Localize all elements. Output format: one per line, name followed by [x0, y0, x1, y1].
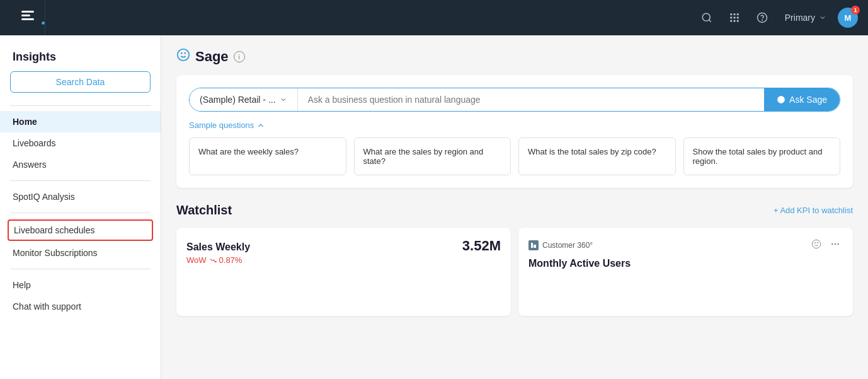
sage-header: Sage i [176, 48, 853, 65]
logo[interactable] [10, 0, 45, 35]
sidebar-divider-3 [10, 213, 151, 213]
datasource-selector[interactable]: (Sample) Retail - ... [190, 88, 298, 111]
sidebar: Insights Search Data Home Liveboards Ans… [0, 35, 161, 379]
logo-dot [42, 21, 45, 25]
svg-rect-7 [737, 17, 739, 19]
datasource-label: (Sample) Retail - ... [200, 95, 276, 105]
sage-title: Sage [195, 49, 229, 65]
sales-weekly-label: Sales Weekly [186, 242, 250, 253]
kpi-card-header: Customer 360° [528, 238, 843, 253]
logo-line-1 [21, 11, 34, 13]
sidebar-item-answers[interactable]: Answers [0, 154, 161, 175]
change-value: 0.87% [219, 255, 243, 265]
svg-rect-4 [737, 13, 739, 15]
nav-right: Primary M 1 [695, 6, 858, 29]
svg-rect-9 [733, 20, 735, 22]
nav-left [10, 0, 45, 35]
kpi-more-button[interactable] [828, 238, 843, 253]
logo-line-3 [21, 18, 34, 20]
question-input[interactable] [298, 88, 764, 111]
svg-rect-10 [737, 20, 739, 22]
sample-questions-grid: What are the weekly sales? What are the … [189, 137, 840, 175]
ask-sage-label: Ask Sage [789, 95, 827, 105]
kpi-source: Customer 360° [528, 240, 593, 250]
search-icon-button[interactable] [695, 6, 718, 29]
svg-line-1 [709, 20, 711, 21]
add-kpi-button[interactable]: + Add KPI to watchlist [774, 206, 853, 215]
svg-rect-8 [730, 20, 732, 22]
svg-point-17 [812, 240, 820, 248]
primary-dropdown-button[interactable]: Primary [779, 9, 833, 26]
sidebar-item-answers-label: Answers [13, 160, 47, 170]
sales-weekly-card: Sales Weekly 3.52M WoW 0.87% [176, 228, 511, 316]
svg-rect-6 [733, 17, 735, 19]
svg-rect-16 [534, 245, 536, 248]
sample-question-1[interactable]: What are the sales by region and state? [354, 137, 511, 175]
sidebar-item-monitor-subscriptions[interactable]: Monitor Subscriptions [0, 242, 161, 264]
sidebar-item-liveboard-schedules[interactable]: Liveboard schedules [8, 219, 153, 241]
sage-card: (Sample) Retail - ... Ask Sage Sample qu… [176, 75, 853, 188]
sample-questions-toggle[interactable]: Sample questions [189, 120, 840, 130]
sidebar-title: Insights [0, 45, 161, 71]
sample-question-2[interactable]: What is the total sales by zip code? [518, 137, 676, 175]
search-data-button[interactable]: Search Data [10, 71, 151, 93]
sidebar-item-chat-support-label: Chat with support [13, 301, 81, 312]
kpi-sage-button[interactable] [809, 238, 824, 253]
sidebar-item-help[interactable]: Help [0, 274, 161, 296]
sidebar-item-help-label: Help [13, 280, 31, 290]
watchlist-title: Watchlist [176, 203, 232, 218]
notification-badge: 1 [851, 6, 860, 15]
logo-lines [21, 11, 34, 20]
change-label: WoW [186, 255, 207, 265]
svg-point-22 [837, 243, 839, 245]
apps-icon-button[interactable] [723, 6, 746, 29]
sidebar-divider-1 [10, 105, 151, 106]
sage-input-row: (Sample) Retail - ... Ask Sage [189, 88, 840, 112]
watchlist-grid: Sales Weekly 3.52M WoW 0.87% Customer [176, 228, 853, 316]
logo-line-2 [21, 15, 30, 16]
sidebar-item-spotiq[interactable]: SpotIQ Analysis [0, 186, 161, 207]
svg-rect-15 [531, 243, 533, 248]
svg-rect-2 [730, 13, 732, 15]
sage-icon [176, 48, 190, 65]
sidebar-divider-4 [10, 269, 151, 269]
svg-rect-5 [730, 17, 732, 19]
kpi-actions [809, 238, 843, 253]
sidebar-item-liveboards[interactable]: Liveboards [0, 132, 161, 154]
top-navigation: Primary M 1 [0, 0, 868, 35]
monthly-active-users-card: Customer 360° Monthly Active Users [518, 228, 853, 316]
kpi-source-label: Customer 360° [542, 241, 593, 250]
user-avatar[interactable]: M 1 [838, 8, 858, 28]
avatar-initials: M [845, 13, 852, 23]
sidebar-divider-2 [10, 180, 151, 181]
customer360-icon [528, 240, 539, 250]
metric-row: Sales Weekly 3.52M [186, 238, 501, 255]
info-icon[interactable]: i [234, 51, 245, 62]
sidebar-item-monitor-subscriptions-label: Monitor Subscriptions [13, 248, 98, 258]
sidebar-item-home-label: Home [13, 117, 37, 127]
ask-sage-button[interactable]: Ask Sage [764, 88, 840, 111]
sample-questions-label: Sample questions [189, 120, 254, 130]
sidebar-item-liveboards-label: Liveboards [13, 138, 56, 148]
sales-weekly-value: 3.52M [462, 238, 501, 254]
sidebar-item-chat-support[interactable]: Chat with support [0, 296, 161, 317]
svg-point-0 [702, 13, 710, 21]
sample-question-0[interactable]: What are the weekly sales? [189, 137, 346, 175]
primary-label: Primary [785, 13, 815, 23]
monthly-active-users-title: Monthly Active Users [528, 258, 843, 269]
sidebar-item-liveboard-schedules-label: Liveboard schedules [14, 225, 94, 235]
main-layout: Insights Search Data Home Liveboards Ans… [0, 35, 868, 379]
sidebar-item-spotiq-label: SpotIQ Analysis [13, 192, 75, 202]
sidebar-item-home[interactable]: Home [0, 111, 161, 132]
help-icon-button[interactable] [751, 6, 774, 29]
sales-weekly-change: WoW 0.87% [186, 255, 501, 265]
svg-point-20 [831, 243, 833, 245]
main-content: Sage i (Sample) Retail - ... Ask Sage Sa… [161, 35, 868, 379]
watchlist-header: Watchlist + Add KPI to watchlist [176, 203, 853, 218]
svg-point-21 [835, 243, 837, 245]
sample-question-3[interactable]: Show the total sales by product and regi… [683, 137, 841, 175]
svg-rect-3 [733, 13, 735, 15]
